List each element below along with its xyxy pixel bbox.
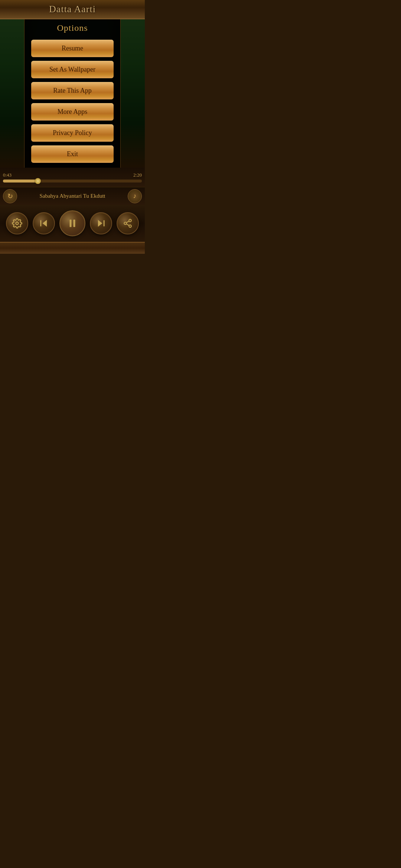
svg-line-10 (126, 224, 129, 226)
resume-button[interactable]: Resume (31, 40, 114, 57)
pause-button[interactable] (59, 210, 85, 236)
svg-rect-3 (70, 220, 72, 227)
share-icon (123, 218, 133, 228)
share-button[interactable] (117, 212, 139, 234)
settings-icon (12, 218, 22, 228)
privacy-policy-button[interactable]: Privacy Policy (31, 124, 114, 142)
svg-point-8 (124, 222, 127, 225)
repeat-icon: ↻ (7, 192, 13, 200)
set-wallpaper-button[interactable]: Set As Wallpaper (31, 61, 114, 78)
music-next-button[interactable]: ♪ (128, 189, 142, 203)
rewind-icon (39, 218, 49, 228)
svg-line-11 (126, 221, 129, 223)
seekbar-thumb[interactable] (35, 178, 41, 184)
track-name: Sabahya Abyantari Tu Ekdutt (17, 193, 128, 199)
forward-button[interactable] (90, 212, 112, 234)
title-bar: Datta Aarti (0, 0, 145, 19)
settings-button[interactable] (6, 212, 28, 234)
repeat-button[interactable]: ↻ (3, 189, 17, 203)
more-apps-button[interactable]: More Apps (31, 103, 114, 121)
options-modal: Options Resume Set As Wallpaper Rate Thi… (24, 19, 121, 168)
current-time: 0:43 (3, 172, 12, 178)
svg-marker-1 (43, 220, 47, 227)
music-note-icon: ♪ (133, 192, 137, 200)
rewind-button[interactable] (33, 212, 55, 234)
total-time: 2:20 (133, 172, 142, 178)
bottom-bar (0, 242, 145, 254)
seekbar[interactable] (3, 180, 142, 183)
app-title: Datta Aarti (49, 4, 96, 15)
track-row: ↻ Sabahya Abyantari Tu Ekdutt ♪ (0, 187, 145, 205)
progress-area: 0:43 2:20 (0, 168, 145, 187)
time-row: 0:43 2:20 (3, 172, 142, 178)
options-title: Options (31, 23, 114, 33)
pause-icon (67, 218, 78, 229)
modal-overlay: Options Resume Set As Wallpaper Rate Thi… (0, 19, 145, 168)
exit-button[interactable]: Exit (31, 145, 114, 163)
svg-point-7 (129, 219, 131, 222)
svg-rect-4 (74, 220, 75, 227)
svg-point-0 (16, 222, 19, 225)
svg-point-9 (129, 225, 131, 227)
main-image-area: Options Resume Set As Wallpaper Rate Thi… (0, 19, 145, 168)
forward-icon (96, 218, 106, 228)
controls-bar (0, 205, 145, 242)
svg-marker-5 (98, 220, 102, 227)
rate-app-button[interactable]: Rate This App (31, 82, 114, 99)
